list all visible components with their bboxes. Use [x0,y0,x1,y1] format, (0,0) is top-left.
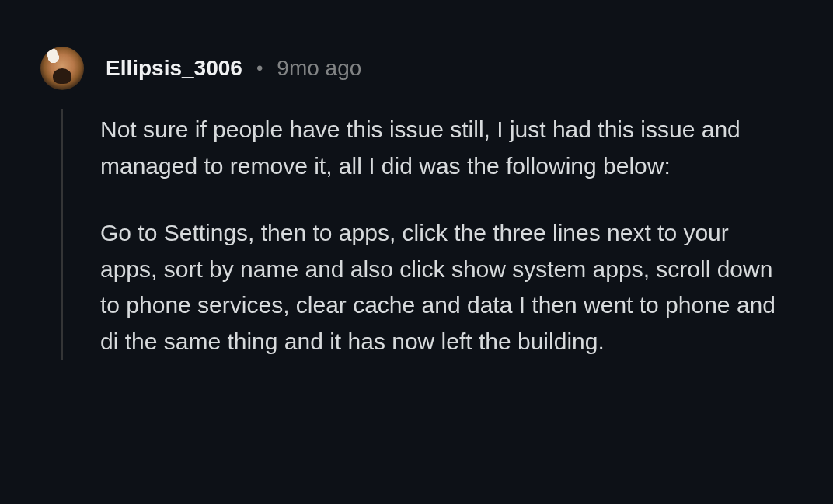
username-link[interactable]: Ellipsis_3006 [106,56,242,81]
timestamp[interactable]: 9mo ago [277,56,361,81]
comment-header: Ellipsis_3006 • 9mo ago [40,47,796,90]
comment-body-wrapper: Not sure if people have this issue still… [40,109,796,360]
comment-container: Ellipsis_3006 • 9mo ago Not sure if peop… [0,0,833,360]
comment-body: Not sure if people have this issue still… [100,109,796,360]
comment-paragraph: Not sure if people have this issue still… [100,112,780,184]
avatar[interactable] [40,47,84,90]
comment-paragraph: Go to Settings, then to apps, click the … [100,215,780,360]
thread-line[interactable] [61,109,63,360]
separator-dot: • [256,57,263,79]
